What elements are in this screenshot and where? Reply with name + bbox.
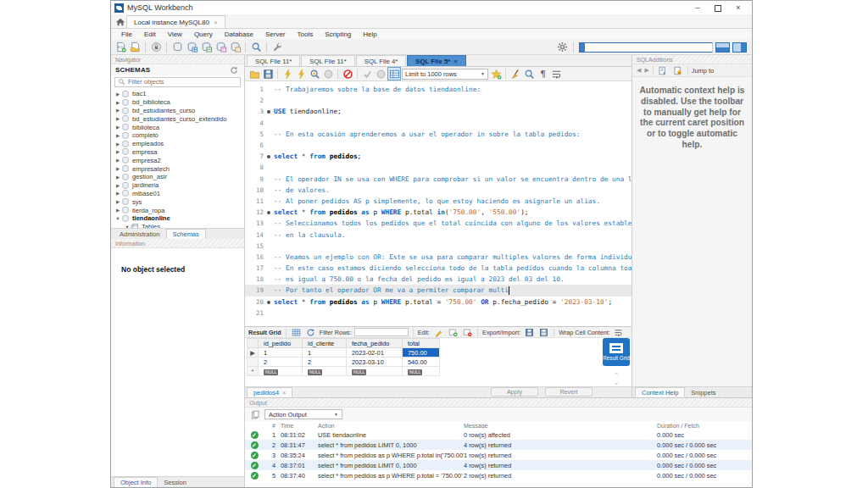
output-row-5[interactable]: ✓508:37:40select * from pedidos as p WHE… [245,470,752,480]
auto-context-help-icon[interactable]: a [672,64,684,76]
limit-rows-select[interactable]: Limit to 1000 rows ▼ [402,69,488,80]
collapse-arrow-icon[interactable]: ▶ [114,199,121,204]
collapse-arrow-icon[interactable]: ▶ [114,149,121,154]
connection-properties-icon[interactable] [150,42,162,53]
tree-item-completo[interactable]: ▶completo [111,131,244,140]
editor-line-2[interactable]: 2 [245,95,632,106]
tree-item-empleados[interactable]: ▶empleados [111,140,244,148]
editor-line-8[interactable]: 8 [245,162,632,173]
open-file-icon[interactable] [248,68,260,80]
editor-line-11[interactable]: 11-- Al poner pedidos AS p simplemente, … [245,196,632,207]
grid-cell[interactable]: 750.00 [403,348,440,358]
home-tab-button[interactable] [114,16,126,28]
create-function-icon[interactable]: f [229,42,241,53]
create-schema-icon[interactable] [171,42,183,53]
create-table-icon[interactable] [186,42,198,53]
wrap-cell-content-icon[interactable] [613,326,625,338]
grid-cell[interactable]: 1 [303,348,347,358]
edit-pencil-icon[interactable] [432,326,444,338]
tree-item-empresa[interactable]: ▶empresa [111,148,244,157]
filter-rows-input[interactable] [354,328,409,336]
tree-item-gestion-asir[interactable]: ▶gestion_asir [111,173,244,181]
toggle-output-area-button[interactable] [715,42,730,53]
output-row-2[interactable]: ✓208:31:47select * from pedidos LIMIT 0,… [245,440,752,450]
save-icon[interactable] [262,68,274,80]
new-sql-tab-icon[interactable]: SQL [114,42,126,53]
result-set-tab[interactable]: pedidos4 × [247,387,292,397]
sql-file-tab-2[interactable]: SQL File 11* [301,55,354,66]
create-view-icon[interactable] [200,42,212,53]
collapse-chevron-icon[interactable]: ⌃⌄ [614,373,620,386]
grid-cell[interactable]: 1 [259,348,303,358]
expand-arrow-icon[interactable]: ▼ [114,216,121,221]
editor-line-20[interactable]: 20select * from pedidos as p WHERE p.tot… [245,297,632,308]
editor-line-7[interactable]: 7select * from pedidos; [245,151,632,162]
tree-item-mibase01[interactable]: ▶mibase01 [111,190,244,198]
grid-view-icon[interactable] [291,326,303,338]
close-button[interactable]: × [733,3,743,12]
menu-item-file[interactable]: File [116,30,137,38]
tree-item-jardineria[interactable]: ▶jardineria [111,181,244,190]
grid-column-total[interactable]: total [403,339,440,348]
tree-item-biblioteca[interactable]: ▶biblioteca [111,123,244,131]
tree-item-tiendaonline[interactable]: ▼tiendaonline [111,214,244,223]
editor-line-6[interactable]: 6 [245,140,632,151]
tree-item-bd-estudiantes-curso[interactable]: ▶bd_estudiantes_curso [111,107,244,115]
editor-line-14[interactable]: 14-- en la clausula. [245,229,632,240]
preferences-gear-icon[interactable] [556,42,568,53]
wrap-text-icon[interactable] [550,68,562,80]
invisibles-icon[interactable]: ¶ [537,68,548,80]
search-data-icon[interactable] [250,42,262,53]
collapse-arrow-icon[interactable]: ▶ [114,133,121,138]
rollback-icon[interactable] [375,68,387,80]
collapse-arrow-icon[interactable]: ▶ [114,183,121,188]
tree-item-bac1[interactable]: ▶bac1 [111,90,244,98]
editor-line-17[interactable]: 17-- En este caso estamos diciendo selec… [245,263,632,274]
collapse-arrow-icon[interactable]: ▶ [114,141,121,147]
toggle-right-sidebar-button[interactable] [732,42,747,53]
grid-column-id_cliente[interactable]: id_cliente [303,339,347,348]
grid-cell-null[interactable]: NULL [259,367,303,376]
editor-line-21[interactable]: 21 [245,308,632,319]
collapse-arrow-icon[interactable]: ▶ [114,208,121,213]
tab-session[interactable]: Session [158,478,192,487]
connection-tab[interactable]: Local instance MySQL80 × [126,15,225,28]
grid-column-id_pedido[interactable]: id_pedido [259,339,303,348]
grid-cell[interactable]: 2 [259,358,303,367]
export-icon[interactable] [523,326,535,338]
stop-icon[interactable] [322,68,334,80]
grid-cell[interactable]: 2 [303,358,347,367]
tree-item-bd-estudiantes-curso-extendido[interactable]: ▶bd_estudiantes_curso_extendido [111,114,244,123]
editor-line-12[interactable]: 12select * from pedidos as p WHERE p.tot… [245,207,632,218]
editor-line-16[interactable]: 16-- Veamos un ejemplo con OR: Este se u… [245,252,632,263]
apply-button[interactable]: Apply [491,387,538,396]
grid-cell[interactable]: 2023-03-10 [347,358,403,367]
insert-row-icon[interactable] [447,326,459,338]
collapse-arrow-icon[interactable]: ▶ [114,92,121,97]
collapse-arrow-icon[interactable]: ▶ [114,166,121,171]
grid-cell[interactable]: 2023-02-01 [347,348,403,358]
import-icon[interactable] [537,326,549,338]
execute-current-icon[interactable] [295,68,307,80]
editor-line-3[interactable]: 3USE tiendaonline; [245,106,632,117]
grid-cell[interactable]: 540.00 [403,358,440,367]
menu-item-scripting[interactable]: Scripting [320,30,356,38]
menu-item-help[interactable]: Help [358,30,381,38]
menu-item-view[interactable]: View [163,30,187,38]
tab-context-help[interactable]: Context Help [635,387,685,397]
refresh-grid-icon[interactable] [305,326,317,338]
grid-cell-null[interactable]: NULL [403,367,440,376]
save-snippet-icon[interactable] [490,68,502,80]
tree-item-tierda-ropa[interactable]: ▶tierda_ropa [111,206,244,214]
tree-item-empresa2[interactable]: ▶empresa2 [111,156,244,164]
menu-item-server[interactable]: Server [260,30,291,38]
connection-tab-close-icon[interactable]: × [214,19,218,26]
maximize-button[interactable] [715,5,721,12]
sql-file-tab-1[interactable]: SQL File 11* [247,55,300,66]
collapse-arrow-icon[interactable]: ▶ [114,158,121,163]
output-row-1[interactable]: ✓108:31:02USE tiendaonline0 row(s) affec… [245,430,752,440]
refresh-schemas-icon[interactable] [228,64,240,76]
grid-cell-null[interactable]: NULL [347,367,403,376]
execute-icon[interactable] [281,68,293,80]
menu-item-tools[interactable]: Tools [292,30,319,38]
